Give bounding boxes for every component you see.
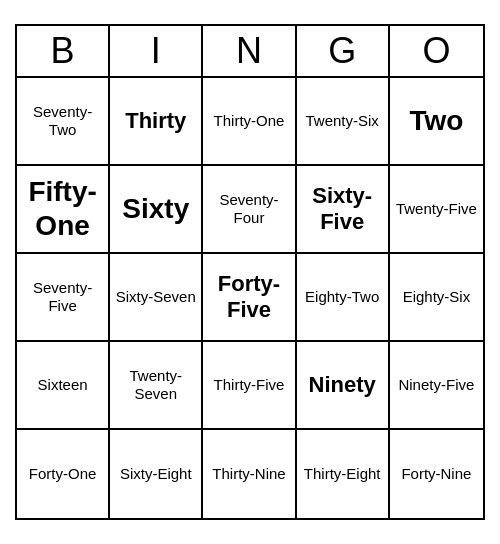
cell-text: Twenty-Five — [396, 200, 477, 218]
cell-text: Seventy-Four — [207, 191, 290, 227]
cell-text: Two — [409, 104, 463, 138]
bingo-cell: Forty-Nine — [390, 430, 483, 518]
cell-text: Sixty — [122, 192, 189, 226]
bingo-cell: Sixteen — [17, 342, 110, 430]
header-letter: I — [110, 26, 203, 76]
bingo-header: BINGO — [17, 26, 483, 78]
bingo-cell: Seventy-Two — [17, 78, 110, 166]
cell-text: Twenty-Seven — [114, 367, 197, 403]
cell-text: Thirty-Eight — [304, 465, 381, 483]
cell-text: Seventy-Two — [21, 103, 104, 139]
cell-text: Sixty-Five — [301, 183, 384, 236]
bingo-cell: Sixty-Eight — [110, 430, 203, 518]
bingo-cell: Forty-One — [17, 430, 110, 518]
bingo-cell: Twenty-Six — [297, 78, 390, 166]
cell-text: Ninety-Five — [398, 376, 474, 394]
bingo-cell: Twenty-Seven — [110, 342, 203, 430]
cell-text: Eighty-Six — [403, 288, 471, 306]
cell-text: Twenty-Six — [306, 112, 379, 130]
bingo-cell: Sixty-Seven — [110, 254, 203, 342]
cell-text: Forty-One — [29, 465, 97, 483]
cell-text: Thirty-One — [214, 112, 285, 130]
header-letter: B — [17, 26, 110, 76]
bingo-cell: Forty-Five — [203, 254, 296, 342]
bingo-cell: Fifty-One — [17, 166, 110, 254]
bingo-cell: Seventy-Five — [17, 254, 110, 342]
header-letter: N — [203, 26, 296, 76]
bingo-cell: Ninety — [297, 342, 390, 430]
bingo-cell: Thirty-Five — [203, 342, 296, 430]
cell-text: Seventy-Five — [21, 279, 104, 315]
cell-text: Sixteen — [38, 376, 88, 394]
bingo-card: BINGO Seventy-TwoThirtyThirty-OneTwenty-… — [15, 24, 485, 520]
bingo-cell: Sixty — [110, 166, 203, 254]
cell-text: Eighty-Two — [305, 288, 379, 306]
bingo-cell: Eighty-Six — [390, 254, 483, 342]
bingo-cell: Thirty-One — [203, 78, 296, 166]
cell-text: Thirty-Nine — [212, 465, 285, 483]
bingo-cell: Twenty-Five — [390, 166, 483, 254]
bingo-cell: Two — [390, 78, 483, 166]
bingo-cell: Seventy-Four — [203, 166, 296, 254]
bingo-cell: Thirty — [110, 78, 203, 166]
bingo-grid: Seventy-TwoThirtyThirty-OneTwenty-SixTwo… — [17, 78, 483, 518]
cell-text: Sixty-Seven — [116, 288, 196, 306]
cell-text: Fifty-One — [21, 175, 104, 242]
header-letter: O — [390, 26, 483, 76]
bingo-cell: Thirty-Eight — [297, 430, 390, 518]
cell-text: Forty-Five — [207, 271, 290, 324]
cell-text: Thirty — [125, 108, 186, 134]
cell-text: Thirty-Five — [214, 376, 285, 394]
bingo-cell: Sixty-Five — [297, 166, 390, 254]
bingo-cell: Eighty-Two — [297, 254, 390, 342]
cell-text: Sixty-Eight — [120, 465, 192, 483]
cell-text: Ninety — [309, 372, 376, 398]
bingo-cell: Thirty-Nine — [203, 430, 296, 518]
bingo-cell: Ninety-Five — [390, 342, 483, 430]
cell-text: Forty-Nine — [401, 465, 471, 483]
header-letter: G — [297, 26, 390, 76]
